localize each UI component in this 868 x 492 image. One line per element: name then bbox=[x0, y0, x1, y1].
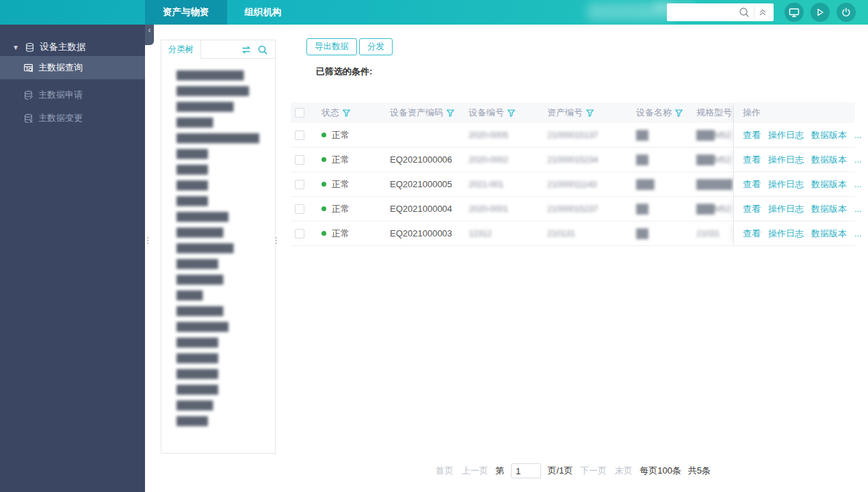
tree-item-redacted[interactable]: █████████ bbox=[161, 225, 275, 241]
row-checkbox[interactable] bbox=[295, 180, 304, 189]
sidebar: ▼ 设备主数据 主数据查询 主数据申请 主数据变更 bbox=[0, 25, 145, 492]
data-version-link[interactable]: 数据版本 bbox=[811, 129, 847, 141]
more-actions-link[interactable]: ... bbox=[854, 179, 862, 189]
tree-item-redacted[interactable]: █████████ bbox=[161, 272, 275, 288]
first-page-link[interactable]: 首页 bbox=[436, 465, 453, 476]
data-version-link[interactable]: 数据版本 bbox=[811, 178, 847, 191]
tree-item-redacted[interactable]: █████████████ bbox=[161, 68, 275, 83]
row-checkbox[interactable] bbox=[295, 155, 304, 165]
row-checkbox[interactable] bbox=[295, 204, 304, 214]
caret-down-icon: ▼ bbox=[12, 44, 19, 51]
tree-item-redacted[interactable]: ███████ bbox=[161, 115, 275, 131]
tree-item-redacted[interactable]: ████████ bbox=[161, 256, 275, 272]
tree-item-redacted[interactable]: ███████████ bbox=[161, 241, 275, 256]
panel-resize-handle-right[interactable] bbox=[274, 235, 278, 246]
monitor-button[interactable] bbox=[785, 3, 804, 22]
data-version-link[interactable]: 数据版本 bbox=[811, 203, 847, 215]
view-link[interactable]: 查看 bbox=[743, 178, 761, 191]
operation-log-link[interactable]: 操作日志 bbox=[768, 203, 804, 215]
status-dot-green bbox=[321, 231, 326, 236]
tree-list: ████████████████████████████████████████… bbox=[161, 68, 275, 429]
logout-button[interactable] bbox=[837, 3, 856, 22]
view-link[interactable]: 查看 bbox=[743, 129, 761, 141]
tree-item-redacted[interactable]: ██████████ bbox=[161, 319, 275, 335]
view-link[interactable]: 查看 bbox=[743, 203, 761, 215]
tree-item-redacted[interactable]: ██████ bbox=[161, 413, 275, 429]
filter-icon[interactable] bbox=[675, 109, 683, 117]
tree-item-redacted[interactable]: ██████ bbox=[161, 146, 275, 162]
sidebar-item-master-data-query[interactable]: 主数据查询 bbox=[0, 56, 145, 79]
tree-item-redacted[interactable]: ███████ bbox=[161, 398, 275, 413]
select-all-checkbox[interactable] bbox=[295, 108, 304, 118]
table-row[interactable]: 正常 EQ2021000003 12312 210131 ██ 21031 查看… bbox=[291, 221, 855, 246]
chevron-double-up-icon[interactable] bbox=[754, 6, 770, 18]
tree-item-redacted[interactable]: ██████ bbox=[161, 162, 275, 178]
data-version-link[interactable]: 数据版本 bbox=[811, 228, 847, 240]
view-link[interactable]: 查看 bbox=[743, 154, 761, 166]
operation-log-link[interactable]: 操作日志 bbox=[768, 228, 804, 240]
prev-page-link[interactable]: 上一页 bbox=[462, 465, 488, 476]
equipment-table: 状态 设备资产编码 设备编号 资产编号 设备名称 规格型号 bbox=[291, 102, 855, 246]
tree-item-redacted[interactable]: ████████ bbox=[161, 382, 275, 398]
tree-item-redacted[interactable]: █████ bbox=[161, 288, 275, 303]
page-number-input[interactable] bbox=[511, 463, 541, 478]
panel-resize-handle-left[interactable] bbox=[146, 235, 149, 246]
table-row[interactable]: 正常 EQ2021000005 2021-001 21000011143 ███… bbox=[291, 172, 855, 197]
more-actions-link[interactable]: ... bbox=[854, 228, 862, 238]
sidebar-item-master-data-change[interactable]: 主数据变更 bbox=[0, 107, 145, 130]
row-checkbox[interactable] bbox=[295, 131, 304, 140]
run-button[interactable] bbox=[811, 3, 830, 22]
asset-no-cell-redacted: 21000015137 bbox=[547, 123, 598, 147]
column-header-status: 状态 bbox=[321, 107, 339, 119]
operation-log-link[interactable]: 操作日志 bbox=[768, 178, 804, 191]
swap-icon[interactable] bbox=[241, 44, 252, 55]
operations-cell: 查看 操作日志 数据版本 ... bbox=[733, 123, 855, 147]
table-row[interactable]: 正常 EQ2021000006 2020-0002 21000015234 ██… bbox=[291, 148, 855, 172]
sidebar-item-label: 主数据查询 bbox=[38, 62, 83, 74]
last-page-link[interactable]: 末页 bbox=[615, 465, 633, 476]
column-header-equipment-no: 设备编号 bbox=[469, 107, 504, 119]
tree-item-redacted[interactable]: ██████████████ bbox=[161, 83, 275, 99]
tab-category-tree[interactable]: 分类树 bbox=[161, 40, 201, 59]
more-actions-link[interactable]: ... bbox=[854, 204, 862, 214]
export-data-button[interactable]: 导出数据 bbox=[306, 38, 357, 55]
equipment-name-cell-redacted: ██ bbox=[636, 197, 648, 221]
operation-log-link[interactable]: 操作日志 bbox=[768, 154, 804, 166]
operation-log-link[interactable]: 操作日志 bbox=[768, 129, 804, 141]
row-checkbox[interactable] bbox=[295, 229, 304, 238]
tree-item-redacted[interactable]: ████████████████ bbox=[161, 131, 275, 146]
search-icon[interactable] bbox=[738, 6, 750, 18]
data-version-link[interactable]: 数据版本 bbox=[811, 154, 847, 166]
view-link[interactable]: 查看 bbox=[743, 228, 761, 240]
tab-assets-materials[interactable]: 资产与物资 bbox=[145, 0, 227, 25]
module-tabs: 资产与物资 组织机构 bbox=[145, 0, 300, 25]
tree-item-redacted[interactable]: ██████████ bbox=[161, 209, 275, 225]
table-row[interactable]: 正常 2020-0005 21000015137 ██ ███M52 查看 操作… bbox=[291, 123, 855, 148]
filter-icon[interactable] bbox=[508, 109, 515, 117]
tree-search-icon[interactable] bbox=[257, 44, 268, 55]
tree-item-redacted[interactable]: ████████ bbox=[161, 366, 275, 382]
model-cell-redacted: ███M52 bbox=[696, 197, 731, 221]
more-actions-link[interactable]: ... bbox=[854, 130, 862, 140]
filter-icon[interactable] bbox=[343, 109, 350, 117]
next-page-link[interactable]: 下一页 bbox=[580, 465, 607, 476]
more-actions-link[interactable]: ... bbox=[854, 154, 862, 165]
filter-icon[interactable] bbox=[447, 109, 454, 117]
tree-item-redacted[interactable]: ███████████ bbox=[161, 99, 275, 115]
global-search-input[interactable] bbox=[671, 3, 734, 21]
distribute-button[interactable]: 分发 bbox=[359, 38, 393, 55]
table-row[interactable]: 正常 EQ2021000004 2020-0001 21000015237 ██… bbox=[291, 197, 855, 221]
tab-organization[interactable]: 组织机构 bbox=[227, 0, 300, 25]
sidebar-item-master-data-apply[interactable]: 主数据申请 bbox=[0, 83, 145, 107]
sidebar-group-equipment-master-data[interactable]: ▼ 设备主数据 bbox=[0, 37, 145, 57]
page-count-label: 页/1页 bbox=[548, 465, 573, 476]
tree-item-redacted[interactable]: ████████ bbox=[161, 335, 275, 351]
sidebar-group-label: 设备主数据 bbox=[40, 41, 86, 53]
tree-item-redacted[interactable]: █████████ bbox=[161, 303, 275, 319]
filter-icon[interactable] bbox=[586, 109, 594, 117]
page-prefix-label: 第 bbox=[495, 465, 504, 476]
tree-item-redacted[interactable]: ██████ bbox=[161, 193, 275, 209]
tree-item-redacted[interactable]: ██████ bbox=[161, 178, 275, 193]
tree-item-redacted[interactable]: ████████ bbox=[161, 351, 275, 366]
database-change-icon bbox=[23, 113, 34, 124]
